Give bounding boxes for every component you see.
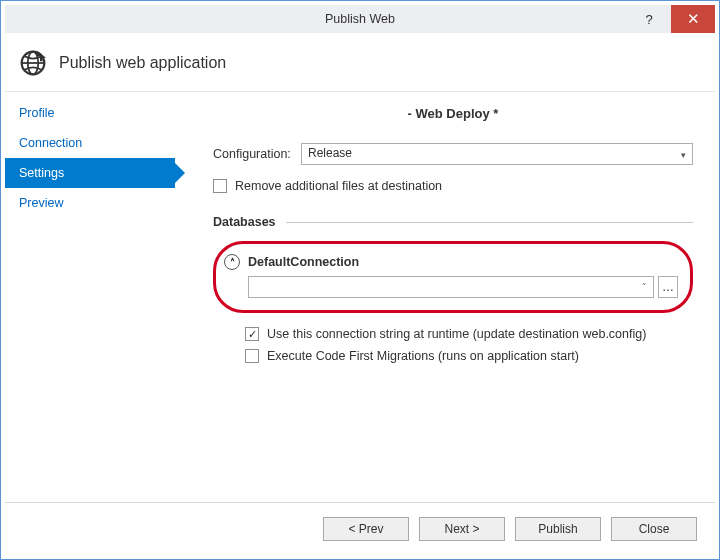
dialog-header: Publish web application — [5, 33, 715, 92]
close-button[interactable]: Close — [611, 517, 697, 541]
help-button[interactable]: ? — [627, 5, 671, 33]
connection-highlight: ˄ DefaultConnection ˅ … — [213, 241, 693, 313]
deploy-method-title: - Web Deploy * — [213, 106, 693, 121]
collapse-icon[interactable]: ˄ — [224, 254, 240, 270]
configuration-label: Configuration: — [213, 147, 301, 161]
globe-icon — [19, 49, 47, 77]
sidebar-item-connection[interactable]: Connection — [5, 128, 175, 158]
sidebar-item-preview[interactable]: Preview — [5, 188, 175, 218]
migrations-label: Execute Code First Migrations (runs on a… — [267, 349, 579, 363]
connection-string-input[interactable]: ˅ — [248, 276, 654, 298]
main-panel: - Web Deploy * Configuration: Release ▾ … — [175, 92, 715, 502]
chevron-down-icon: ▾ — [681, 150, 686, 160]
sidebar: Profile Connection Settings Preview — [5, 92, 175, 502]
prev-button[interactable]: < Prev — [323, 517, 409, 541]
configuration-select[interactable]: Release ▾ — [301, 143, 693, 165]
next-button[interactable]: Next > — [419, 517, 505, 541]
titlebar: Publish Web ? ✕ — [5, 5, 715, 33]
remove-files-label: Remove additional files at destination — [235, 179, 442, 193]
sidebar-item-profile[interactable]: Profile — [5, 98, 175, 128]
publish-button[interactable]: Publish — [515, 517, 601, 541]
connection-browse-button[interactable]: … — [658, 276, 678, 298]
connection-name: DefaultConnection — [248, 255, 359, 269]
sidebar-item-settings[interactable]: Settings — [5, 158, 175, 188]
remove-files-checkbox[interactable] — [213, 179, 227, 193]
use-connection-checkbox[interactable] — [245, 327, 259, 341]
migrations-checkbox[interactable] — [245, 349, 259, 363]
dialog-footer: < Prev Next > Publish Close — [5, 502, 715, 555]
databases-heading: Databases — [213, 215, 276, 229]
dialog-title: Publish web application — [59, 54, 226, 72]
use-connection-label: Use this connection string at runtime (u… — [267, 327, 646, 341]
window-close-button[interactable]: ✕ — [671, 5, 715, 33]
chevron-down-icon: ˅ — [642, 282, 647, 292]
configuration-value: Release — [308, 146, 352, 160]
window-title: Publish Web — [5, 12, 715, 26]
